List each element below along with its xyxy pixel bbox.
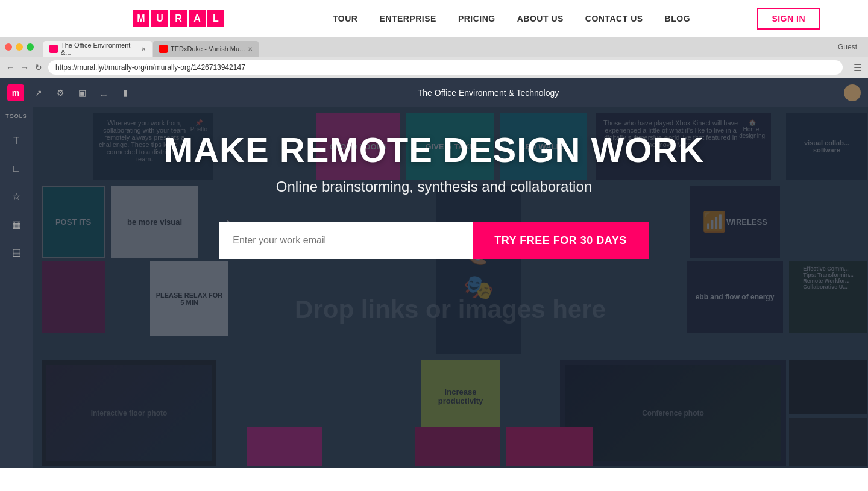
mural-toolbar: m ↗ ⚙ ▣ ⎵ ▮ The Office Environment & Tec…	[0, 78, 868, 107]
user-avatar[interactable]	[844, 84, 861, 101]
email-input[interactable]	[219, 222, 473, 259]
hero-title: MAKE REMOTE DESIGN WORK	[164, 130, 704, 170]
tab-close-mural[interactable]: ✕	[141, 46, 146, 52]
tab-favicon-ted	[159, 45, 168, 53]
traffic-light-yellow[interactable]	[16, 43, 23, 51]
settings-icon[interactable]: ⚙	[53, 86, 68, 100]
back-button[interactable]: ←	[6, 63, 14, 72]
logo-letter-a: A	[189, 10, 206, 27]
cta-button[interactable]: TRY FREE FOR 30 DAYS	[473, 222, 648, 259]
filter-icon[interactable]: ⎵	[96, 86, 111, 100]
logo-letter-m: M	[133, 10, 149, 27]
nav-tour[interactable]: TOUR	[333, 14, 357, 23]
forward-button[interactable]: →	[20, 63, 29, 72]
logo-letter-u: U	[151, 10, 168, 27]
view-icon[interactable]: ▣	[75, 86, 89, 100]
cta-form: TRY FREE FOR 30 DAYS	[219, 222, 648, 259]
logo-letter-l: L	[207, 10, 224, 27]
browser-titlebar: The Office Environment &... ✕ TEDxDuke -…	[0, 37, 868, 57]
display-icon[interactable]: ▮	[118, 86, 133, 100]
guest-label: Guest	[838, 43, 857, 51]
navbar: M U R A L TOUR ENTERPRISE PRICING ABOUT …	[0, 0, 868, 37]
hero-subtitle: Online brainstorming, synthesis and coll…	[276, 178, 592, 195]
mural-app-logo[interactable]: m	[7, 84, 24, 101]
tab-close-ted[interactable]: ✕	[248, 46, 253, 52]
traffic-light-green[interactable]	[27, 43, 34, 51]
tab-label-mural: The Office Environment &...	[61, 42, 138, 56]
nav-enterprise[interactable]: ENTERPRISE	[379, 14, 436, 23]
board-title: The Office Environment & Technology	[140, 88, 837, 98]
browser-addressbar: ← → ↻ ☰	[0, 57, 868, 78]
tab-label-ted: TEDxDuke - Vanish Mu...	[171, 45, 245, 52]
logo-letter-r: R	[170, 10, 187, 27]
nav-pricing[interactable]: PRICING	[458, 14, 495, 23]
browser-menu-icon[interactable]: ☰	[854, 62, 862, 73]
traffic-light-red[interactable]	[5, 43, 12, 51]
share-icon[interactable]: ↗	[31, 86, 46, 100]
browser-tab-mural[interactable]: The Office Environment &... ✕	[43, 41, 152, 57]
browser-tabs: The Office Environment &... ✕ TEDxDuke -…	[43, 37, 259, 57]
nav-about-us[interactable]: ABOUT US	[517, 14, 564, 23]
nav-blog[interactable]: BLOG	[665, 14, 690, 23]
hero-content: MAKE REMOTE DESIGN WORK Online brainstor…	[0, 130, 868, 259]
browser-tab-ted[interactable]: TEDxDuke - Vanish Mu... ✕	[153, 41, 259, 57]
address-bar[interactable]	[48, 60, 843, 75]
tools-label: TOOLS	[5, 113, 27, 119]
tab-favicon-mural	[49, 45, 58, 53]
nav-links: TOUR ENTERPRISE PRICING ABOUT US CONTACT…	[333, 14, 690, 23]
signin-button[interactable]: SIGN IN	[757, 8, 820, 30]
logo[interactable]: M U R A L	[133, 10, 224, 27]
nav-contact-us[interactable]: CONTACT US	[585, 14, 643, 23]
refresh-button[interactable]: ↻	[35, 63, 42, 72]
